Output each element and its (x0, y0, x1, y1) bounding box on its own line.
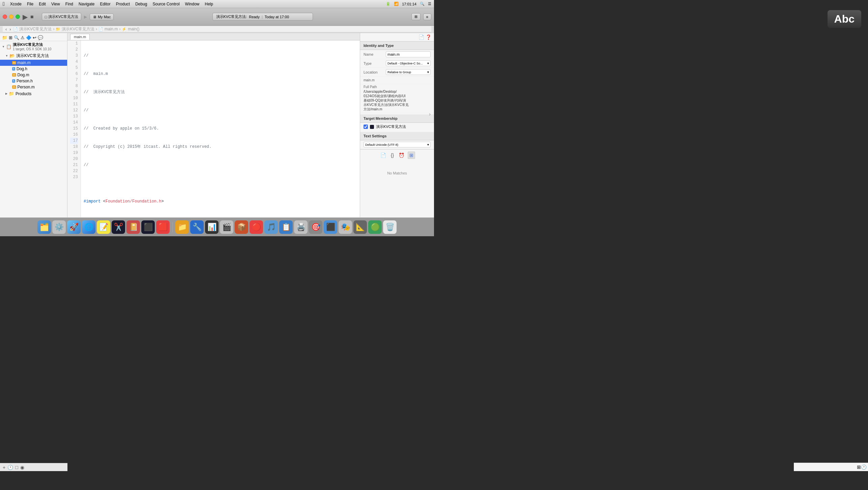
products-folder-icon: 📁 (9, 91, 14, 96)
text-icon-3[interactable]: ⏰ (397, 152, 406, 159)
dock-icon-12[interactable]: ⬛ (324, 220, 337, 234)
encoding-arrow-icon: ▾ (427, 143, 429, 146)
project-icon: 📋 (6, 44, 11, 49)
menu-window[interactable]: Window (185, 2, 200, 6)
project-root[interactable]: ▼ 📋 演示KVC常见方法 1 target, OS X SDK 10.10 (0, 41, 67, 52)
stop-button[interactable]: ■ (30, 14, 34, 20)
menu-help[interactable]: Help (205, 2, 213, 6)
scheme-icon: □ (45, 15, 47, 19)
dock-icon-11[interactable]: 🎯 (309, 220, 322, 234)
sidebar-search-icon[interactable]: 🔍 (14, 35, 19, 40)
menu-navigate[interactable]: Navigate (79, 2, 94, 6)
menu-editor[interactable]: Editor (100, 2, 110, 6)
menu-source-control[interactable]: Source Control (153, 2, 180, 6)
run-button[interactable]: ▶ (23, 13, 28, 21)
right-panel-help-icon[interactable]: ❓ (426, 34, 431, 40)
products-group[interactable]: ▶ 📁 Products (0, 90, 67, 97)
sidebar-folder-icon[interactable]: 📁 (2, 35, 7, 40)
dock-icon-13[interactable]: 🎭 (339, 220, 352, 234)
file-main-m[interactable]: m main.m (0, 60, 67, 66)
file-h-icon-1: h (12, 67, 15, 71)
toolbar: ▶ ■ □ 演示KVC常见方法 ▶ 🖥 My Mac 演示KVC常见方法: Re… (0, 8, 434, 26)
menubar-right: 🔋 📶 17:01:14 🔍 ☰ (386, 2, 431, 6)
location-arrow-icon: ▾ (427, 70, 429, 74)
breadcrumb-file: main.m (105, 27, 118, 31)
full-path-scroll-btn[interactable]: › (429, 111, 431, 117)
full-path-container: Full Path /Users/apple/Desktop/0124iOS就业… (360, 84, 434, 113)
dock-icon-15[interactable]: 🟢 (368, 220, 382, 234)
dock-xcode[interactable]: ✂️ (112, 220, 125, 234)
close-button[interactable] (3, 15, 7, 19)
menu-edit[interactable]: Edit (39, 2, 46, 6)
code-lines[interactable]: // // main.m // 演示KVC常见方法 // // Created … (81, 40, 360, 217)
file-dog-m[interactable]: m Dog.m (0, 72, 67, 78)
dock-icon-5[interactable]: 🎬 (220, 220, 233, 234)
dock-icon-8[interactable]: 🎵 (264, 220, 278, 234)
view-toggle-right[interactable]: ≡ (423, 13, 431, 20)
code-editor[interactable]: 12345 678910 1112131415 1617181920 21222… (67, 40, 360, 217)
type-dropdown[interactable]: Default - Objective-C So... ▾ (386, 60, 431, 66)
minimize-button[interactable] (9, 15, 13, 19)
text-icon-4[interactable]: ⊞ (408, 152, 415, 159)
right-panel-file-icon[interactable]: 📄 (418, 34, 424, 40)
file-dog-h[interactable]: h Dog.h (0, 66, 67, 72)
sidebar-chat-icon[interactable]: 💬 (38, 35, 43, 40)
identity-type-header: Identity and Type (360, 42, 434, 50)
target-checkbox[interactable] (364, 125, 368, 129)
group-name: 演示KVC常见方法 (16, 53, 49, 59)
text-icon-2[interactable]: {} (389, 152, 395, 159)
sidebar-history-icon[interactable]: ↩ (33, 35, 36, 40)
file-tab-active[interactable]: main.m (70, 34, 90, 40)
name-row: Name (360, 50, 434, 59)
sidebar-warning-icon[interactable]: ⚠ (21, 35, 25, 40)
status-scheme-label: 演示KVC常见方法: (216, 14, 247, 19)
maximize-button[interactable] (16, 15, 20, 19)
menu-xcode[interactable]: Xcode (10, 2, 22, 6)
dock-safari[interactable]: 🌐 (82, 220, 95, 234)
file-person-m[interactable]: m Person.m (0, 84, 67, 90)
dock-icon-9[interactable]: 📋 (279, 220, 293, 234)
dock-icon-16[interactable]: 🗑️ (383, 220, 397, 234)
traffic-lights (3, 15, 20, 19)
menu-product[interactable]: Product (116, 2, 130, 6)
scheme-selector[interactable]: □ 演示KVC常见方法 (42, 13, 81, 21)
menu-find[interactable]: Find (65, 2, 73, 6)
name-input[interactable] (386, 51, 431, 57)
breadcrumb-func: main() (128, 27, 139, 31)
dock-icon-14[interactable]: 📐 (353, 220, 367, 234)
dock-sysprefs[interactable]: ⚙️ (52, 220, 66, 234)
menu-file[interactable]: File (27, 2, 33, 6)
group-header[interactable]: ▼ 📂 演示KVC常见方法 (0, 52, 67, 60)
dock-launchpad[interactable]: 🚀 (67, 220, 81, 234)
location-dropdown[interactable]: Relative to Group ▾ (386, 69, 431, 75)
dock-icon-dark[interactable]: 📊 (205, 220, 219, 234)
dock-notes[interactable]: 📝 (97, 220, 110, 234)
menu-debug[interactable]: Debug (135, 2, 147, 6)
dock-icon-6[interactable]: 📦 (235, 220, 248, 234)
sidebar-grid-icon[interactable]: ⊞ (9, 35, 12, 40)
view-toggle-left[interactable]: ⊞ (411, 13, 421, 20)
name-label: Name (364, 52, 384, 56)
right-panel-top-icons: 📄 ❓ (360, 33, 434, 42)
dock-onenote[interactable]: 📔 (126, 220, 140, 234)
dock-icon-7[interactable]: 🔴 (250, 220, 263, 234)
device-selector[interactable]: 🖥 My Mac (90, 13, 114, 20)
menu-list-icon[interactable]: ☰ (428, 2, 431, 6)
apple-menu[interactable]:  (3, 1, 5, 7)
dock-icon-10[interactable]: 🖨️ (294, 220, 308, 234)
nav-forward-button[interactable]: › (9, 27, 11, 32)
location-row: Location Relative to Group ▾ (360, 68, 434, 77)
dock-icon-blue[interactable]: 🔧 (190, 220, 204, 234)
file-person-h[interactable]: h Person.h (0, 78, 67, 84)
full-path-label: Full Path (364, 85, 431, 89)
dock-filezilla[interactable]: 📁 (175, 220, 189, 234)
text-encoding-dropdown[interactable]: Default Unicode (UTF-8) ▾ (364, 142, 431, 147)
dock-terminal[interactable]: ⬛ (141, 220, 155, 234)
nav-back-button[interactable]: ‹ (5, 27, 7, 32)
text-icon-1[interactable]: 📄 (379, 152, 387, 159)
menu-view[interactable]: View (51, 2, 60, 6)
menu-search-icon[interactable]: 🔍 (420, 2, 425, 6)
dock-icon-red[interactable]: 🟥 (156, 220, 170, 234)
sidebar-bookmark-icon[interactable]: 🔷 (26, 35, 31, 40)
dock-finder[interactable]: 🗂️ (37, 220, 51, 234)
